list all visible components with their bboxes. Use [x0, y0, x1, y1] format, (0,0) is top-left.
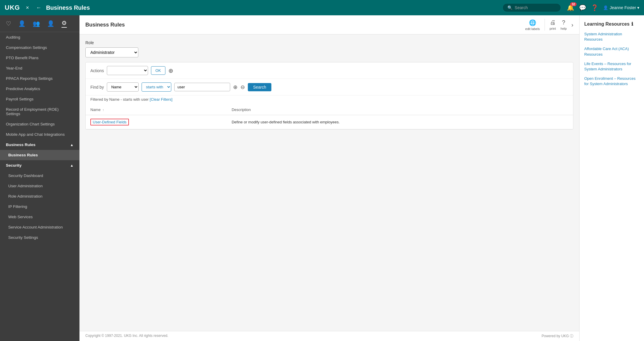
sidebar-sub-item-label: Security Dashboard — [8, 173, 43, 178]
sidebar-item-pto[interactable]: PTO Benefit Plans — [0, 53, 79, 63]
sidebar-item-label: Record of Employment (ROE) Settings — [6, 107, 74, 116]
help-label: help — [561, 27, 567, 30]
table-body: User-Defined Fields Define or modify use… — [86, 115, 573, 129]
user-name: Jeanne Foster ▾ — [610, 5, 639, 10]
sidebar-item-auditing[interactable]: Auditing — [0, 32, 79, 42]
filter-info: Filtered by Name - starts with user [Cle… — [86, 95, 573, 105]
sidebar-item-label: Year-End — [6, 66, 22, 70]
life-events-resources-link[interactable]: Life Events – Resources for System Admin… — [584, 61, 639, 72]
back-button[interactable]: ← — [36, 5, 41, 11]
search-input[interactable] — [515, 5, 556, 10]
sidebar-favorites-icon[interactable]: ♡ — [6, 20, 11, 27]
sidebar-settings-icon[interactable]: ⚙ — [62, 19, 67, 28]
print-label: print — [550, 27, 556, 30]
sidebar-sub-item-label: Web Services — [8, 215, 33, 219]
header-divider — [545, 19, 545, 31]
close-button[interactable]: × — [26, 5, 29, 11]
search-panel: Actions OK ⊕ Find by Name Description — [85, 62, 573, 130]
sidebar-item-yearend[interactable]: Year-End — [0, 63, 79, 73]
powered-by-text: Powered by UKG ⓘ — [542, 334, 573, 339]
search-panel-findby: Find by Name Description starts with con… — [86, 79, 573, 95]
content-header-actions: 🌐 edit labels 🖨 print ? help › — [525, 19, 573, 31]
results-table: Name ↑ Description User-Defined Fields — [86, 105, 573, 129]
help-content-button[interactable]: ? help — [561, 19, 567, 30]
add-action-button[interactable]: ⊕ — [168, 67, 173, 74]
open-enrollment-resources-link[interactable]: Open Enrollment – Resources for System A… — [584, 76, 639, 87]
sidebar-item-predictive[interactable]: Predictive Analytics — [0, 84, 79, 94]
column-description-label: Description — [232, 107, 251, 112]
sort-asc-icon[interactable]: ↑ — [102, 108, 104, 112]
main-layout: ♡ 👤 👥 👤 ⚙ Auditing Compensation Settings… — [0, 15, 644, 341]
content-title: Business Rules — [85, 22, 125, 28]
content-body: Role Administrator Employee Manager Acti… — [79, 34, 579, 331]
sidebar-sub-item-label: User Administration — [8, 184, 43, 188]
print-button[interactable]: 🖨 print — [550, 19, 556, 30]
sidebar-item-label: PPACA Reporting Settings — [6, 76, 53, 81]
notification-button[interactable]: 🔔 32 — [567, 4, 574, 11]
sidebar-item-label: Organization Chart Settings — [6, 122, 55, 126]
chevron-up-icon: ▲ — [70, 163, 74, 168]
sidebar-item-orgchart[interactable]: Organization Chart Settings — [0, 119, 79, 129]
sidebar-item-role-admin[interactable]: Role Administration — [0, 191, 79, 201]
sidebar-top-icons: ♡ 👤 👥 👤 ⚙ — [0, 15, 79, 32]
search-value-input[interactable] — [174, 83, 230, 91]
column-name-label: Name — [90, 107, 101, 112]
expand-button[interactable]: › — [571, 21, 573, 28]
findby-label: Find by — [90, 85, 104, 90]
findby-select[interactable]: Name Description — [107, 82, 139, 92]
chevron-right-icon: › — [571, 21, 573, 28]
sidebar-item-web-services[interactable]: Web Services — [0, 212, 79, 222]
role-select[interactable]: Administrator Employee Manager — [85, 47, 138, 57]
sidebar-item-label: Payroll Settings — [6, 97, 34, 101]
sidebar-sub-item-label: Security Settings — [8, 235, 38, 240]
sidebar-item-payroll[interactable]: Payroll Settings — [0, 94, 79, 104]
user-menu[interactable]: 👤 Jeanne Foster ▾ — [603, 5, 639, 10]
sidebar-item-mobile[interactable]: Mobile App and Chat Integrations — [0, 129, 79, 140]
role-label: Role — [85, 40, 573, 45]
sidebar-section-security[interactable]: Security ▲ — [0, 160, 79, 170]
chat-button[interactable]: 💬 — [579, 4, 586, 11]
sidebar-item-label: Mobile App and Chat Integrations — [6, 132, 65, 137]
sidebar-section-business-rules[interactable]: Business Rules ▲ — [0, 140, 79, 150]
sidebar-item-label: Compensation Settings — [6, 45, 47, 50]
help-button[interactable]: ❓ — [591, 4, 598, 11]
print-icon: 🖨 — [550, 19, 556, 26]
sidebar-sub-item-label: Business Rules — [8, 153, 38, 157]
add-filter-button[interactable]: ⊕ — [233, 84, 238, 90]
actions-select[interactable] — [107, 66, 148, 75]
sidebar-people-icon[interactable]: 👥 — [33, 20, 40, 27]
footer: Copyright © 1997-2021. UKG Inc. All righ… — [79, 331, 579, 341]
sidebar-item-security-dashboard[interactable]: Security Dashboard — [0, 170, 79, 181]
user-defined-fields-link[interactable]: User-Defined Fields — [90, 119, 129, 125]
edit-labels-button[interactable]: 🌐 edit labels — [525, 19, 540, 31]
sidebar-item-service-account[interactable]: Service Account Administration — [0, 222, 79, 232]
sidebar-item-ppaca[interactable]: PPACA Reporting Settings — [0, 73, 79, 84]
sidebar-item-user-admin[interactable]: User Administration — [0, 181, 79, 191]
search-button[interactable]: Search — [248, 83, 271, 91]
top-navigation: UKG × ← Business Rules 🔍 🔔 32 💬 ❓ 👤 Jean… — [0, 0, 644, 15]
search-icon: 🔍 — [507, 5, 512, 10]
sidebar-person-add-icon[interactable]: 👤 — [47, 20, 54, 27]
sidebar-item-compensation[interactable]: Compensation Settings — [0, 42, 79, 53]
content-header: Business Rules 🌐 edit labels 🖨 print ? h… — [79, 15, 579, 34]
sidebar-item-business-rules[interactable]: Business Rules — [0, 150, 79, 160]
remove-filter-button[interactable]: ⊖ — [240, 84, 245, 90]
search-panel-actions: Actions OK ⊕ — [86, 62, 573, 79]
table-cell-description: Define or modify user-defined fields ass… — [227, 115, 573, 129]
sidebar-person-icon[interactable]: 👤 — [18, 20, 26, 27]
sidebar-item-ip-filtering[interactable]: IP Filtering — [0, 201, 79, 212]
sidebar-menu: Auditing Compensation Settings PTO Benef… — [0, 32, 79, 341]
search-bar: 🔍 — [502, 3, 561, 12]
sidebar-sub-item-label: IP Filtering — [8, 204, 27, 209]
sidebar-item-roe[interactable]: Record of Employment (ROE) Settings — [0, 104, 79, 119]
operator-select[interactable]: starts with contains equals — [142, 82, 171, 92]
copyright-text: Copyright © 1997-2021. UKG Inc. All righ… — [85, 334, 168, 339]
sys-admin-resources-link[interactable]: System Administration Resources — [584, 32, 639, 42]
aca-resources-link[interactable]: Affordable Care Act (ACA) Resources — [584, 46, 639, 57]
clear-filters-link[interactable]: [Clear Filters] — [150, 97, 172, 102]
sidebar-item-label: Auditing — [6, 35, 20, 39]
content-area: Business Rules 🌐 edit labels 🖨 print ? h… — [79, 15, 579, 341]
sidebar-sub-item-label: Service Account Administration — [8, 225, 63, 229]
sidebar-item-security-settings[interactable]: Security Settings — [0, 232, 79, 243]
ok-button[interactable]: OK — [151, 66, 165, 75]
